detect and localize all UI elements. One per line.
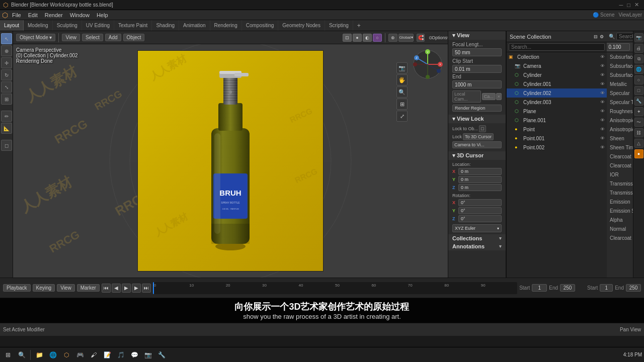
solid-btn[interactable]: ● [353,34,362,42]
end-frame2[interactable]: 250 [626,284,641,292]
props-icon-particles[interactable]: ✦ [634,107,643,116]
cylinder003-visibility[interactable]: 👁 [600,100,605,105]
cylinder001-visibility[interactable]: 👁 [600,81,605,86]
tool-cursor[interactable]: ⊕ [1,45,12,56]
cylinder002-visibility[interactable]: 👁 [600,90,605,96]
playhead[interactable] [153,282,154,294]
outliner-item-point[interactable]: ● Point 👁 [507,125,607,134]
annotations-header[interactable]: Annotations ▾ [448,242,506,250]
camera-visibility[interactable]: 👁 [600,63,605,68]
view-lock-header[interactable]: ▾ View Lock [448,115,506,123]
tool-move[interactable]: ✛ [1,57,12,68]
tab-modeling[interactable]: Modeling [24,20,53,31]
wireframe-btn[interactable]: ⊡ [343,34,352,42]
taskbar-start[interactable]: ⊞ [2,349,14,361]
cylinder-visibility[interactable]: 👁 [600,72,605,77]
props-search-input[interactable] [616,33,633,40]
cursor-3d-header[interactable]: ▾ 3D Cursor [448,151,506,160]
props-top-value[interactable]: 0.100 [607,43,630,51]
taskbar-blender[interactable]: ⬡ [60,349,72,361]
point-visibility[interactable]: 👁 [600,127,605,132]
camera-to-view-btn[interactable]: Camera to Vi... [452,141,502,148]
outliner-item-cylinder003[interactable]: ⬡ Cylinder.003 👁 [507,98,607,107]
point002-visibility[interactable]: 👁 [600,145,605,150]
outliner-item-camera[interactable]: 📷 Camera 👁 [507,61,607,70]
clip-end-value[interactable]: 1000 m [452,80,502,88]
tool-select[interactable]: ↖ [1,33,12,44]
tool-rotate[interactable]: ↻ [1,69,12,80]
tool-add-cube[interactable]: ◻ [1,140,12,151]
view-panel-header[interactable]: ▾ View [448,31,506,40]
outliner-item-cylinder001[interactable]: ⬡ Cylinder.001 👁 [507,79,607,88]
local-cam-btn[interactable]: Local Cam... [452,90,481,103]
to-3d-cursor-btn[interactable]: To 3D Cursor [463,133,494,140]
taskbar-app8[interactable]: 💬 [128,349,140,361]
maximize-btn[interactable]: □ [627,2,630,8]
tab-uv-editing[interactable]: UV Editing [82,20,114,31]
global-dropdown[interactable]: Global▾ [398,34,414,42]
viewport-tool-ortho[interactable]: ⊞ [396,99,408,110]
rotation-mode-dropdown[interactable]: XYZ Euler ▾ [452,224,502,232]
playback-menu[interactable]: Playback [3,284,31,292]
outliner-item-point002[interactable]: ● Point.002 👁 [507,143,607,152]
view-menu[interactable]: View [57,284,75,292]
taskbar-photoshop[interactable]: 🖌 [88,349,100,361]
outliner-item-plane001[interactable]: ⬡ Plane.001 👁 [507,116,607,125]
taskbar-chrome[interactable]: 🌐 [47,349,59,361]
viewport-tool-frame[interactable]: ⤢ [396,111,408,122]
props-icon-render[interactable]: 📷 [634,33,643,42]
point001-visibility[interactable]: 👁 [600,136,605,141]
jump-end-btn[interactable]: ⏭ [142,284,151,293]
tab-sculpting[interactable]: Sculpting [53,20,82,31]
options-btn[interactable]: Options▾ [437,34,445,42]
object-mode-dropdown[interactable]: Object Mode ▾ [16,34,55,41]
tab-add[interactable]: + [353,20,365,31]
navigation-gizmo[interactable]: Y X Z [413,49,443,79]
overlays-btn[interactable]: ⊕ [388,34,397,42]
collection-visibility[interactable]: 👁 [600,54,605,59]
plane001-visibility[interactable]: 👁 [600,118,605,123]
play-btn[interactable]: ▶ [122,284,131,293]
cursor-rx[interactable]: 0° [458,199,502,206]
taskbar-app6[interactable]: 📝 [101,349,113,361]
viewport-tool-camera[interactable]: 📷 [396,62,408,73]
jump-start-btn[interactable]: ⏮ [102,284,111,293]
outliner-search[interactable] [509,43,605,51]
outliner-settings-icon[interactable]: ⚙ [600,34,604,39]
outliner-filter-icon[interactable]: ⊟ [594,34,598,39]
props-icon-scene[interactable]: 🌐 [634,65,643,74]
keying-menu[interactable]: Keying [33,284,55,292]
rendered-btn[interactable]: ○ [373,34,382,42]
props-icon-object[interactable]: □ [634,86,643,95]
object-menu[interactable]: Object [123,34,145,41]
next-frame-btn[interactable]: ▶ [132,284,141,293]
taskbar-search[interactable]: 🔍 [16,349,28,361]
tool-measure[interactable]: 📐 [1,123,12,134]
viewport-tool-nav[interactable]: 🖐 [396,74,408,85]
start-frame2[interactable]: 1 [600,284,613,292]
menu-window[interactable]: Window [67,12,93,19]
timeline-bar[interactable]: 0 10 20 30 40 50 60 70 80 90 [153,282,517,294]
select-menu[interactable]: Select [82,34,103,41]
outliner-item-cylinder[interactable]: ⬡ Cylinder 👁 [507,70,607,79]
outliner-item-collection[interactable]: ▣ Collection 👁 [507,52,607,61]
view-menu[interactable]: View [62,34,80,41]
tab-layout[interactable]: Layout [0,20,24,31]
props-icon-modifiers[interactable]: 🔧 [634,97,643,106]
tab-scripting[interactable]: Scripting [325,20,353,31]
add-menu[interactable]: Add [105,34,121,41]
snap-btn[interactable]: 🧲 [417,34,425,42]
menu-edit[interactable]: Edit [25,12,41,19]
tab-rendering[interactable]: Rendering [210,20,242,31]
tab-compositing[interactable]: Compositing [242,20,279,31]
start-frame[interactable]: 1 [532,284,547,292]
outliner-item-plane[interactable]: ⬡ Plane 👁 [507,107,607,116]
menu-render[interactable]: Render [42,12,66,19]
end-frame[interactable]: 250 [560,284,575,292]
taskbar-app9[interactable]: 📷 [142,349,154,361]
props-icon-output[interactable]: 🖨 [634,44,643,53]
tool-scale[interactable]: ⤡ [1,81,12,93]
taskbar-app7[interactable]: 🎵 [115,349,127,361]
tab-geometry-nodes[interactable]: Geometry Nodes [278,20,325,31]
props-icon-constraints[interactable]: ⛓ [634,128,643,137]
